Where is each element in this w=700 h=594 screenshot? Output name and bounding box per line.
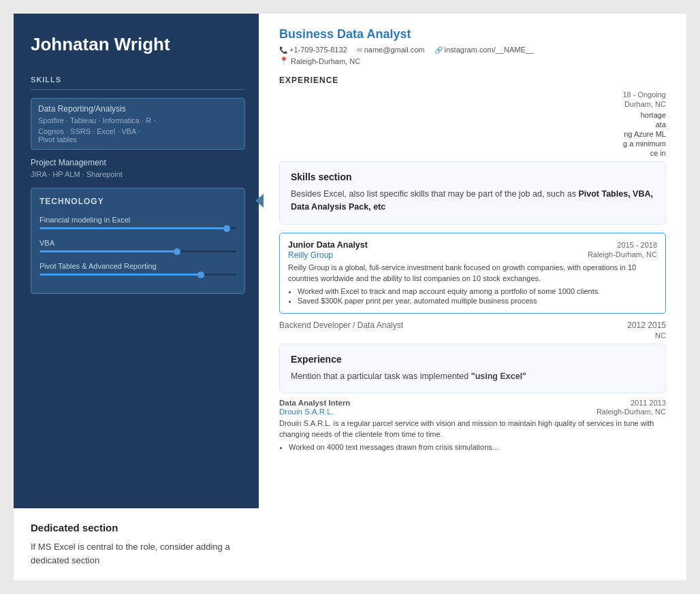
resume-contacts: 📞 +1-709-375-8132 ✉ name@gmail.com 🔗 ins…: [279, 46, 666, 54]
partial-line3: ng Azure ML: [279, 130, 666, 138]
link-text: instagram.com/__NAME__: [445, 46, 534, 54]
skill-sub-pm: JIRA · HP ALM · Sharepoint: [31, 170, 245, 178]
skills-label: SKILLS: [31, 76, 245, 84]
contact-phone: 📞 +1-709-375-8132: [279, 46, 347, 54]
experience-tooltip-title: Experience: [291, 354, 654, 365]
partial-line5: ce in: [279, 149, 666, 157]
partial-line4: g a minimum: [279, 139, 666, 148]
location-icon: 📍: [279, 56, 289, 65]
skill-pm: Project Management JIRA · HP ALM · Share…: [31, 158, 245, 178]
skills-tooltip-text: Besides Excel, also list specific skills…: [291, 188, 654, 214]
progress-bg-excel[interactable]: [39, 227, 236, 229]
partial-job2-dates: 2012 2015: [627, 320, 666, 330]
partial-top-dates: 18 - Ongoing: [622, 90, 666, 99]
progress-knob-excel: [223, 225, 230, 232]
resume-paper: Business Data Analyst 📞 +1-709-375-8132 …: [259, 14, 686, 580]
progress-bg-pivot[interactable]: [39, 274, 236, 276]
arrow-connector: [255, 194, 264, 208]
contact-email: ✉ name@gmail.com: [357, 46, 425, 54]
skill-sub3-analysis: Pivot tables: [38, 135, 238, 144]
progress-knob-vba: [174, 248, 180, 255]
skills-tooltip-title: Skills section: [291, 171, 654, 182]
partial-top-location: Durham, NC: [624, 100, 666, 108]
job-description: Reilly Group is a global, full-service i…: [288, 263, 657, 284]
partial-job2-loc: NC: [279, 331, 666, 340]
progress-knob-pivot: [197, 271, 204, 278]
job-bullet-2: Saved $300K paper print per year, automa…: [298, 297, 657, 305]
job-company: Reilly Group: [288, 250, 333, 260]
partial-top-loc-row: Durham, NC: [279, 100, 666, 108]
skill-analysis-highlighted: Data Reporting/Analysis Spotfire · Table…: [31, 98, 245, 150]
intern-title-row: Data Analyst Intern 2011 2013: [279, 399, 666, 407]
experience-tooltip-box: Experience Mention that a particular tas…: [279, 344, 666, 393]
phone-icon: 📞: [279, 46, 287, 54]
tech-item-excel: Financial modeling in Excel: [39, 216, 236, 229]
progress-fill-vba: [39, 250, 177, 252]
left-full: Johnatan Wright SKILLS Data Reporting/An…: [14, 14, 259, 580]
technology-label: TECHNOLOGY: [39, 197, 236, 206]
tech-name-excel: Financial modeling in Excel: [39, 216, 236, 224]
skill-sub2-analysis: Cognos · SSRS · Excel · VBA ·: [38, 127, 238, 135]
resume-location: 📍 Raleigh-Durham, NC: [279, 56, 666, 65]
email-text: name@gmail.com: [364, 46, 425, 54]
intern-description: Drouin S.A.R.L. is a regular parcel serv…: [279, 418, 666, 440]
tech-item-pivot: Pivot Tables & Advanced Reporting: [39, 262, 236, 276]
skills-divider: [31, 89, 245, 90]
intern-title: Data Analyst Intern: [279, 399, 350, 407]
link-icon: 🔗: [434, 46, 443, 54]
email-icon: ✉: [357, 46, 362, 54]
intern-company: Drouin S.A.R.L.: [279, 408, 334, 416]
partial-top-row: 18 - Ongoing: [279, 90, 666, 99]
tech-name-vba: VBA: [39, 239, 236, 247]
intern-company-row: Drouin S.A.R.L. Raleigh-Durham, NC: [279, 407, 666, 416]
exp-tooltip-bold: "using Excel": [471, 372, 526, 381]
technology-section: TECHNOLOGY Financial modeling in Excel V…: [31, 188, 245, 294]
info-panel-title: Dedicated section: [31, 522, 242, 533]
intern-bullet-1: Worked on 4000 text messages drawn from …: [289, 443, 666, 451]
job-title-row: Junior Data Analyst 2015 - 2018: [288, 240, 657, 250]
skills-tooltip-box: Skills section Besides Excel, also list …: [279, 161, 666, 225]
skills-tooltip-before: Besides Excel, also list specific skills…: [291, 189, 578, 199]
candidate-name: Johnatan Wright: [31, 34, 245, 55]
skill-sub-analysis: Spotfire · Tableau · Informatica · R ·: [38, 116, 238, 125]
progress-fill-pivot: [39, 274, 201, 276]
exp-tooltip-before: Mention that a particular task was imple…: [291, 372, 471, 381]
experience-section-header: EXPERIENCE: [279, 76, 666, 85]
job-location: Raleigh-Durham, NC: [588, 250, 657, 259]
phone-text: +1-709-375-8132: [289, 46, 347, 54]
job-dates: 2015 - 2018: [617, 241, 657, 249]
location-text: Raleigh-Durham, NC: [291, 57, 360, 65]
main-container: Johnatan Wright SKILLS Data Reporting/An…: [14, 14, 686, 580]
resume-section: Johnatan Wright SKILLS Data Reporting/An…: [14, 14, 259, 508]
progress-fill-excel: [39, 227, 227, 229]
resume-header: Business Data Analyst 📞 +1-709-375-8132 …: [279, 27, 666, 65]
skill-main-pm: Project Management: [31, 158, 245, 167]
left-panel: Johnatan Wright SKILLS Data Reporting/An…: [14, 14, 259, 508]
tech-name-pivot: Pivot Tables & Advanced Reporting: [39, 262, 236, 270]
partial-job2-row: Backend Developer / Data Analyst 2012 20…: [279, 320, 666, 330]
job-bullets: Worked with Excel to track and map accou…: [288, 287, 657, 305]
partial-job2-title: Backend Developer / Data Analyst: [279, 320, 403, 330]
tech-item-vba: VBA: [39, 239, 236, 252]
intern-dates: 2011 2013: [631, 399, 666, 407]
job-title: Junior Data Analyst: [288, 240, 368, 250]
intern-bullets: Worked on 4000 text messages drawn from …: [279, 443, 666, 451]
experience-tooltip-text: Mention that a particular task was imple…: [291, 370, 654, 383]
info-panel-text: If MS Excel is central to the role, cons…: [31, 540, 242, 567]
progress-bg-vba[interactable]: [39, 250, 236, 252]
skill-main-analysis: Data Reporting/Analysis: [38, 104, 238, 114]
partial-line2: ata: [279, 120, 666, 129]
intern-location: Raleigh-Durham, NC: [596, 408, 666, 416]
job-company-row: Reilly Group Raleigh-Durham, NC: [288, 250, 657, 260]
highlighted-job-entry: Junior Data Analyst 2015 - 2018 Reilly G…: [279, 233, 666, 314]
job-bullet-1: Worked with Excel to track and map accou…: [298, 287, 657, 295]
contact-link: 🔗 instagram.com/__NAME__: [434, 46, 534, 54]
partial-line1: hortage: [279, 111, 666, 119]
resume-job-title: Business Data Analyst: [279, 27, 666, 42]
right-panel: Business Data Analyst 📞 +1-709-375-8132 …: [259, 14, 686, 580]
info-panel: Dedicated section If MS Excel is central…: [14, 508, 259, 580]
